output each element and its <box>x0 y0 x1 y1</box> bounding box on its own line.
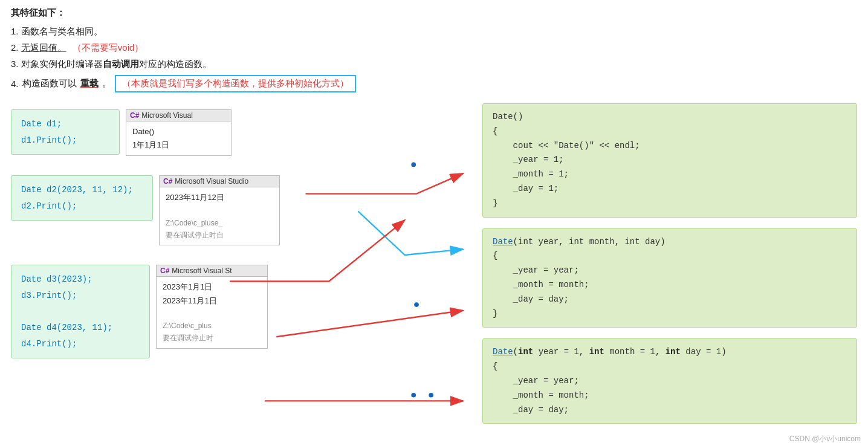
feature-text-1: 函数名与类名相同。 <box>21 26 103 36</box>
feature-item-1: 1. 函数名与类名相同。 <box>11 26 857 37</box>
page-container: 其特征如下： 1. 函数名与类名相同。 2. 无返回值。 （不需要写void） … <box>0 0 868 443</box>
page-title: 其特征如下： <box>11 7 857 19</box>
date-link-2: Date <box>493 237 513 247</box>
vs-box-2: C# Microsoft Visual Studio 2023年11月12日 Z… <box>159 175 280 245</box>
vs-line-3-3 <box>163 308 261 320</box>
left-code-3: Date d3(2023); d3.Print(); Date d4(2023,… <box>11 265 150 358</box>
feature-item-4: 4. 构造函数可以重载。 （本质就是我们写多个构造函数，提供多种初始化方式） <box>11 75 857 92</box>
feature-text-2a: 无返回值。 <box>21 42 66 53</box>
vs-box-3: C# Microsoft Visual St 2023年1月1日 2023年11… <box>156 265 268 348</box>
feature-text-4c: 。 <box>102 78 111 89</box>
vs-line-2-4: 要在调试停止时自 <box>166 229 273 241</box>
feature-text-4b: 重载 <box>80 78 99 89</box>
feature-item-3: 3. 对象实例化时编译器自动调用对应的构造函数。 <box>11 59 857 70</box>
vs-line-1-1: Date() <box>132 125 225 138</box>
vs-icon-1: C# <box>130 111 139 120</box>
left-column: Date d1; d1.Print(); C# Microsoft Visual… <box>11 103 470 442</box>
vs-box-1: C# Microsoft Visual Date() 1年1月1日 <box>126 109 232 156</box>
vs-line-3-2: 2023年11月1日 <box>163 294 261 308</box>
vs-title-1: C# Microsoft Visual <box>126 110 231 121</box>
features-list: 1. 函数名与类名相同。 2. 无返回值。 （不需要写void） 3. 对象实例… <box>11 26 857 92</box>
main-layout: Date d1; d1.Print(); C# Microsoft Visual… <box>11 103 857 442</box>
feature-num-2: 2. <box>11 42 21 53</box>
feature-text-2b: （不需要写void） <box>73 42 144 53</box>
feature-num-4: 4. <box>11 79 19 89</box>
vs-line-3-4: Z:\Code\c_plus <box>163 320 261 332</box>
feature-num-3: 3. <box>11 59 21 69</box>
vs-title-3: C# Microsoft Visual St <box>157 265 267 277</box>
feature-item-2: 2. 无返回值。 （不需要写void） <box>11 42 857 54</box>
example-group-2: Date d2(2023, 11, 12); d2.Print(); C# Mi… <box>11 175 470 245</box>
note-box: （本质就是我们写多个构造函数，提供多种初始化方式） <box>115 75 356 92</box>
vs-icon-3: C# <box>160 267 169 275</box>
code-block-2: Date(int year, int month, int day) { _ye… <box>482 228 857 328</box>
code-block-1: Date() { cout << "Date()" << endl; _year… <box>482 103 857 218</box>
code-block-3: Date(int year = 1, int month = 1, int da… <box>482 338 857 424</box>
right-column: Date() { cout << "Date()" << endl; _year… <box>470 103 857 442</box>
vs-line-2-1: 2023年11月12日 <box>166 191 273 204</box>
feature-text-4a: 构造函数可以 <box>22 78 77 89</box>
vs-icon-2: C# <box>163 177 172 186</box>
vs-content-3: 2023年1月1日 2023年11月1日 Z:\Code\c_plus 要在调试… <box>157 277 267 348</box>
feature-num-1: 1. <box>11 26 21 36</box>
vs-line-1-2: 1年1月1日 <box>132 138 225 152</box>
example-group-3: Date d3(2023); d3.Print(); Date d4(2023,… <box>11 265 470 358</box>
watermark: CSDN @小v小unicom <box>789 434 861 443</box>
feature-text-3b: 自动调用 <box>103 59 139 69</box>
vs-title-2: C# Microsoft Visual Studio <box>160 176 279 187</box>
vs-line-2-3: Z:\Code\c_pluse_ <box>166 217 273 229</box>
example-group-1: Date d1; d1.Print(); C# Microsoft Visual… <box>11 109 470 156</box>
date-link-3: Date <box>493 347 513 357</box>
vs-line-3-5: 要在调试停止时 <box>163 332 261 344</box>
feature-text-3a: 对象实例化时编译器 <box>21 59 103 69</box>
left-code-2: Date d2(2023, 11, 12); d2.Print(); <box>11 175 153 221</box>
vs-content-2: 2023年11月12日 Z:\Code\c_pluse_ 要在调试停止时自 <box>160 187 279 245</box>
vs-line-2-2 <box>166 204 273 216</box>
vs-content-1: Date() 1年1月1日 <box>126 121 231 155</box>
left-code-1: Date d1; d1.Print(); <box>11 109 120 155</box>
vs-line-3-1: 2023年1月1日 <box>163 280 261 294</box>
feature-text-3c: 对应的构造函数。 <box>139 59 212 69</box>
